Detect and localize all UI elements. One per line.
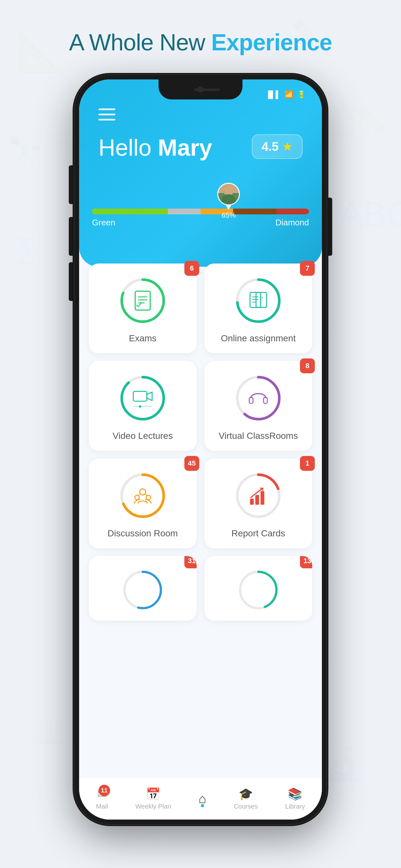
hamburger-line-1 — [98, 108, 115, 110]
main-content: 6 — [79, 254, 322, 784]
svg-point-40 — [135, 495, 140, 500]
weekly-plan-label: Weekly Plan — [135, 803, 171, 810]
icon-exams — [119, 276, 167, 325]
hamburger-line-2 — [98, 114, 115, 115]
svg-rect-35 — [249, 398, 253, 404]
svg-rect-47 — [255, 495, 259, 505]
level-start-label: Green — [92, 218, 115, 228]
progress-avatar: 65% — [217, 183, 240, 220]
mail-badge: 11 — [98, 785, 110, 796]
title-bold: Experience — [211, 29, 332, 55]
card-virtual-classrooms[interactable]: 8 Vir — [204, 361, 312, 451]
nav-weekly-plan[interactable]: 📅 Weekly Plan — [135, 787, 171, 810]
hamburger-menu[interactable] — [98, 108, 115, 120]
classrooms-label: Virtual ClassRooms — [219, 431, 298, 441]
card-exams[interactable]: 6 — [89, 264, 197, 353]
card-report-cards[interactable]: 1 — [204, 459, 312, 548]
svg-line-42 — [138, 494, 140, 496]
svg-line-43 — [146, 494, 147, 496]
svg-text:∑: ∑ — [16, 232, 37, 265]
svg-rect-46 — [250, 499, 254, 505]
bottom-nav: ✉ 11 Mail 📅 Weekly Plan ⌂ 🎓 Courses 📚 Li… — [79, 778, 322, 819]
cards-grid: 6 — [89, 264, 312, 548]
rating-number: 4.5 — [261, 140, 279, 154]
avatar-image — [217, 183, 240, 206]
library-icon: 📚 — [288, 787, 302, 801]
icon-video — [119, 374, 167, 423]
greeting-normal: Hello — [98, 135, 158, 160]
svg-point-10 — [221, 194, 236, 205]
rating-badge: 4.5 ★ — [252, 134, 303, 159]
nav-mail[interactable]: ✉ 11 Mail — [96, 787, 108, 810]
level-end-label: Diamond — [275, 218, 309, 228]
exams-icon-inner — [128, 286, 157, 315]
svg-text:ABC: ABC — [339, 194, 401, 234]
headphones-icon-inner — [244, 383, 273, 413]
assignment-label: Online assignment — [221, 333, 296, 344]
weekly-plan-icon: 📅 — [146, 787, 160, 801]
icon-report — [234, 471, 282, 520]
icon-classrooms — [234, 374, 282, 423]
notch — [158, 80, 243, 99]
wifi-icon: 📶 — [284, 90, 293, 99]
card-discussion-room[interactable]: 45 — [89, 459, 197, 548]
progress-gray — [168, 209, 201, 214]
svg-text:📏: 📏 — [355, 105, 388, 135]
discussion-icon-inner — [128, 481, 157, 510]
svg-rect-36 — [264, 398, 267, 404]
nav-courses[interactable]: 🎓 Courses — [234, 787, 258, 810]
badge-exams: 6 — [184, 261, 199, 276]
icon-assignment — [234, 276, 282, 325]
svg-text:🔭: 🔭 — [6, 134, 43, 169]
svg-marker-30 — [147, 392, 152, 400]
battery-icon: 🔋 — [297, 90, 306, 99]
camera — [197, 87, 204, 92]
video-icon-inner — [128, 383, 157, 413]
badge-classrooms: 8 — [300, 359, 315, 373]
progress-bar — [92, 209, 309, 214]
star-icon: ★ — [282, 140, 293, 154]
page-title: A Whole New Experience — [69, 29, 332, 56]
svg-text:📐: 📐 — [16, 28, 65, 74]
progress-labels: Green Diamond — [92, 218, 309, 228]
badge-discussion: 45 — [184, 456, 199, 471]
library-label: Library — [285, 803, 305, 810]
card-video-lectures[interactable]: Video Lectures — [89, 361, 197, 451]
phone-screen: ▐▌▌ 📶 🔋 Hello Mary 4.5 ★ — [79, 80, 322, 819]
report-icon-inner — [244, 481, 273, 510]
badge-report: 1 — [300, 456, 315, 471]
greeting: Hello Mary — [98, 134, 212, 161]
report-label: Report Cards — [232, 528, 285, 538]
svg-point-11 — [225, 186, 233, 194]
progress-green — [92, 209, 168, 214]
partial-badge-1: 31 — [184, 556, 197, 568]
nav-library[interactable]: 📚 Library — [285, 787, 305, 810]
nav-home[interactable]: ⌂ — [198, 792, 206, 806]
courses-icon: 🎓 — [239, 787, 253, 801]
status-icons: ▐▌▌ 📶 🔋 — [266, 90, 306, 99]
progress-red — [276, 209, 309, 214]
greeting-name: Mary — [158, 135, 212, 160]
partial-badge-2: 13 — [300, 556, 312, 568]
signal-icon: ▐▌▌ — [266, 90, 281, 99]
svg-rect-29 — [133, 392, 147, 401]
svg-point-41 — [146, 495, 151, 500]
svg-point-39 — [140, 489, 146, 495]
header-section: Hello Mary 4.5 ★ — [79, 80, 322, 267]
hamburger-line-3 — [98, 119, 115, 120]
progress-section: 65% Green Diamond — [92, 183, 309, 228]
partial-card-2[interactable]: 13 — [204, 556, 312, 621]
avatar-pin — [226, 206, 231, 210]
progress-percent: 65% — [221, 211, 236, 220]
mail-label: Mail — [96, 803, 108, 810]
svg-text:🔬: 🔬 — [323, 745, 363, 783]
exams-label: Exams — [129, 333, 157, 344]
svg-text:📖: 📖 — [32, 718, 65, 749]
partial-cards-row: 31 13 — [89, 556, 312, 621]
card-online-assignment[interactable]: 7 — [204, 264, 312, 353]
icon-discussion — [119, 471, 167, 520]
partial-card-1[interactable]: 31 — [89, 556, 197, 621]
badge-assignment: 7 — [300, 261, 315, 276]
assignment-icon-inner — [244, 286, 273, 315]
svg-rect-14 — [135, 291, 150, 310]
